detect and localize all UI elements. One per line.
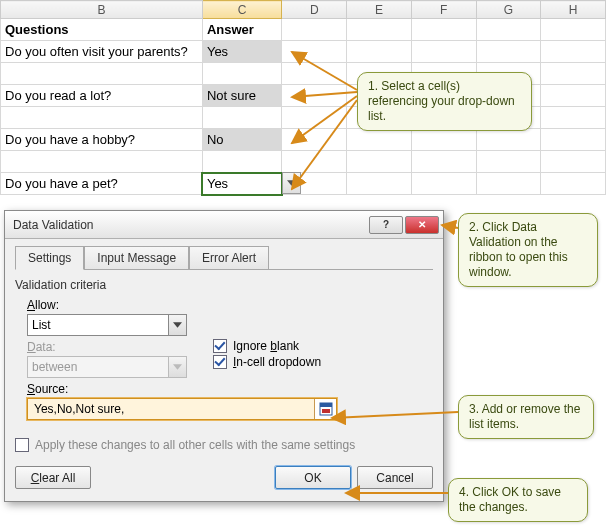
apply-to-other-cells-checkbox[interactable] <box>15 438 29 452</box>
apply-to-other-cells-label: Apply these changes to all other cells w… <box>35 438 355 452</box>
cell[interactable] <box>202 107 281 129</box>
cell[interactable] <box>476 173 541 195</box>
cell[interactable] <box>411 41 476 63</box>
cell[interactable] <box>411 173 476 195</box>
svg-line-7 <box>442 225 458 228</box>
cell[interactable] <box>282 63 347 85</box>
allow-combo[interactable]: List <box>27 314 187 336</box>
answer-cell-active[interactable]: Yes <box>202 173 281 195</box>
cell[interactable] <box>541 63 606 85</box>
dialog-titlebar[interactable]: Data Validation ? ✕ <box>5 211 443 239</box>
question-cell[interactable]: Do you have a pet? <box>1 173 203 195</box>
data-combo: between <box>27 356 187 378</box>
col-header-F[interactable]: F <box>411 1 476 19</box>
allow-combo-button[interactable] <box>168 315 186 335</box>
chevron-down-icon <box>287 180 296 186</box>
tab-input-message[interactable]: Input Message <box>84 246 189 270</box>
dialog-title: Data Validation <box>13 218 94 232</box>
cell[interactable] <box>1 151 203 173</box>
validation-criteria-label: Validation criteria <box>15 278 433 292</box>
cell[interactable] <box>476 41 541 63</box>
column-header-row: B C D E F G H <box>1 1 606 19</box>
cell[interactable] <box>541 19 606 41</box>
in-cell-dropdown-label: In-cell dropdown <box>233 355 321 369</box>
col-header-C[interactable]: C <box>202 1 281 19</box>
data-value: between <box>28 357 168 377</box>
chevron-down-icon <box>173 322 182 328</box>
cell[interactable] <box>282 107 347 129</box>
col-header-D[interactable]: D <box>282 1 347 19</box>
cell[interactable] <box>347 173 412 195</box>
close-button[interactable]: ✕ <box>405 216 439 234</box>
cell[interactable] <box>282 129 347 151</box>
cell[interactable] <box>541 151 606 173</box>
answer-cell[interactable]: Not sure <box>202 85 281 107</box>
ignore-blank-checkbox[interactable] <box>213 339 227 353</box>
cell[interactable] <box>347 129 412 151</box>
tab-settings[interactable]: Settings <box>15 246 84 270</box>
callout-4: 4. Click OK to save the changes. <box>448 478 588 522</box>
cell[interactable] <box>476 19 541 41</box>
help-button[interactable]: ? <box>369 216 403 234</box>
answer-value: Yes <box>207 176 228 191</box>
data-validation-dialog: Data Validation ? ✕ Settings Input Messa… <box>4 210 444 502</box>
svg-rect-2 <box>322 409 330 413</box>
col-header-H[interactable]: H <box>541 1 606 19</box>
cancel-button[interactable]: Cancel <box>357 466 433 489</box>
header-questions[interactable]: Questions <box>1 19 203 41</box>
cell[interactable] <box>476 129 541 151</box>
ignore-blank-label: Ignore blank <box>233 339 299 353</box>
cell[interactable] <box>411 151 476 173</box>
cell[interactable] <box>282 151 347 173</box>
answer-cell[interactable]: Yes <box>202 41 281 63</box>
cell[interactable] <box>476 151 541 173</box>
dialog-tabs: Settings Input Message Error Alert <box>15 245 433 270</box>
allow-label: Allow: <box>27 298 433 312</box>
source-input[interactable] <box>28 399 314 419</box>
cell[interactable] <box>282 19 347 41</box>
cell[interactable] <box>347 41 412 63</box>
ok-button[interactable]: OK <box>275 466 351 489</box>
callout-1: 1. Select a cell(s) referencing your dro… <box>357 72 532 131</box>
svg-rect-1 <box>320 403 332 407</box>
dropdown-button[interactable] <box>282 172 301 194</box>
range-picker-icon <box>319 402 333 416</box>
allow-value: List <box>28 315 168 335</box>
question-cell[interactable]: Do you read a lot? <box>1 85 203 107</box>
cell[interactable] <box>411 129 476 151</box>
question-cell[interactable]: Do you often visit your parents? <box>1 41 203 63</box>
cell[interactable] <box>202 151 281 173</box>
col-header-B[interactable]: B <box>1 1 203 19</box>
tab-error-alert[interactable]: Error Alert <box>189 246 269 270</box>
col-header-E[interactable]: E <box>347 1 412 19</box>
cell[interactable] <box>411 19 476 41</box>
cell[interactable] <box>541 85 606 107</box>
cell[interactable] <box>347 19 412 41</box>
cell[interactable] <box>1 63 203 85</box>
cell[interactable] <box>541 173 606 195</box>
cell[interactable] <box>541 129 606 151</box>
cell[interactable] <box>1 107 203 129</box>
source-label: Source: <box>27 382 433 396</box>
cell[interactable] <box>541 107 606 129</box>
range-picker-button[interactable] <box>314 399 336 419</box>
source-input-wrap <box>27 398 337 420</box>
cell[interactable] <box>202 63 281 85</box>
cell[interactable] <box>541 41 606 63</box>
chevron-down-icon <box>173 364 182 370</box>
header-answer[interactable]: Answer <box>202 19 281 41</box>
callout-2: 2. Click Data Validation on the ribbon t… <box>458 213 598 287</box>
cell[interactable] <box>347 151 412 173</box>
cell[interactable] <box>282 41 347 63</box>
in-cell-dropdown-checkbox[interactable] <box>213 355 227 369</box>
callout-3: 3. Add or remove the list items. <box>458 395 594 439</box>
cell[interactable] <box>282 85 347 107</box>
question-cell[interactable]: Do you have a hobby? <box>1 129 203 151</box>
clear-all-button[interactable]: Clear All <box>15 466 91 489</box>
data-combo-button <box>168 357 186 377</box>
col-header-G[interactable]: G <box>476 1 541 19</box>
answer-cell[interactable]: No <box>202 129 281 151</box>
